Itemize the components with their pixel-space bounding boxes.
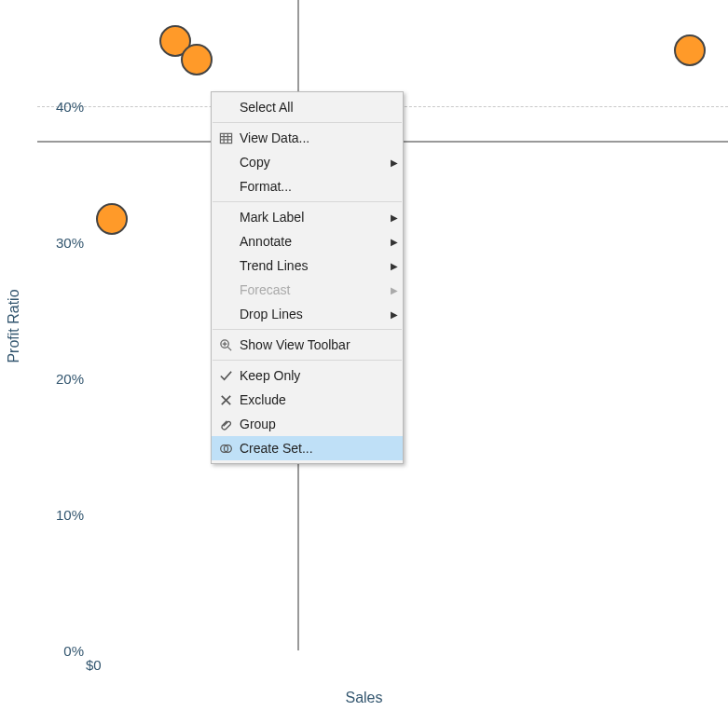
y-tick-30: 30% <box>9 235 84 251</box>
menu-item-label: View Data... <box>240 130 386 145</box>
menu-keep-only[interactable]: Keep Only <box>212 363 403 388</box>
submenu-arrow-icon: ▶ <box>386 237 403 247</box>
menu-item-label: Annotate <box>240 234 386 249</box>
submenu-arrow-icon: ▶ <box>386 157 403 168</box>
x-axis-label: Sales <box>0 690 728 706</box>
menu-drop-lines[interactable]: Drop Lines ▶ <box>212 302 403 326</box>
menu-separator <box>213 329 402 330</box>
menu-format[interactable]: Format... <box>212 174 403 198</box>
menu-item-label: Keep Only <box>240 368 386 383</box>
menu-item-label: Trend Lines <box>240 258 386 273</box>
menu-exclude[interactable]: Exclude <box>212 388 403 412</box>
submenu-arrow-icon: ▶ <box>386 261 403 271</box>
grid-icon <box>212 131 240 145</box>
menu-separator <box>213 201 402 202</box>
menu-group[interactable]: Group <box>212 412 403 436</box>
clip-icon <box>212 417 240 431</box>
x-icon <box>212 393 240 407</box>
menu-trend-lines[interactable]: Trend Lines ▶ <box>212 253 403 278</box>
menu-item-label: Forecast <box>240 282 386 297</box>
context-menu: Select All View Data... Copy ▶ Format... <box>211 91 404 464</box>
submenu-arrow-icon: ▶ <box>386 285 403 295</box>
menu-mark-label[interactable]: Mark Label ▶ <box>212 205 403 229</box>
menu-item-label: Drop Lines <box>240 307 386 321</box>
venn-icon <box>212 442 240 456</box>
menu-forecast: Forecast ▶ <box>212 278 403 302</box>
menu-annotate[interactable]: Annotate ▶ <box>212 229 403 253</box>
check-icon <box>212 369 240 383</box>
menu-create-set[interactable]: Create Set... <box>212 436 403 460</box>
chart-view: { "chart_data": { "type": "scatter", "xl… <box>0 0 728 711</box>
y-axis-label: Profit Ratio <box>6 289 22 362</box>
menu-item-label: Mark Label <box>240 210 386 225</box>
menu-item-label: Exclude <box>240 392 386 407</box>
menu-item-label: Group <box>240 417 386 431</box>
menu-copy[interactable]: Copy ▶ <box>212 150 403 174</box>
y-tick-40: 40% <box>9 99 84 115</box>
submenu-arrow-icon: ▶ <box>386 309 403 320</box>
data-point[interactable] <box>674 34 706 66</box>
zoom-icon <box>212 338 240 352</box>
menu-view-data[interactable]: View Data... <box>212 126 403 150</box>
menu-separator <box>213 360 402 361</box>
svg-line-6 <box>227 347 231 350</box>
menu-item-label: Select All <box>240 100 386 115</box>
x-tick-0: $0 <box>86 657 102 673</box>
menu-separator <box>213 122 402 123</box>
svg-rect-0 <box>220 133 231 143</box>
y-tick-20: 20% <box>9 371 84 387</box>
data-point[interactable] <box>96 203 128 235</box>
data-point[interactable] <box>181 44 213 75</box>
menu-item-label: Copy <box>240 155 386 170</box>
menu-show-view-toolbar[interactable]: Show View Toolbar <box>212 333 403 357</box>
y-tick-10: 10% <box>9 507 84 523</box>
submenu-arrow-icon: ▶ <box>386 212 403 223</box>
menu-item-label: Create Set... <box>240 441 386 456</box>
menu-item-label: Show View Toolbar <box>240 337 386 352</box>
menu-item-label: Format... <box>240 179 386 194</box>
menu-select-all[interactable]: Select All <box>212 95 403 119</box>
y-tick-0: 0% <box>9 643 84 659</box>
